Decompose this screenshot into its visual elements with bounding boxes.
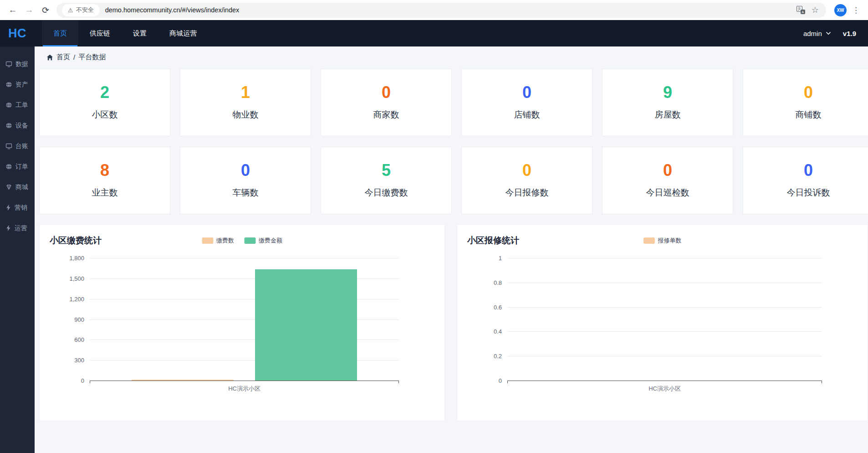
- address-bar[interactable]: ⚠ 不安全 demo.homecommunity.cn/#/views/inde…: [56, 3, 826, 18]
- legend-item-payment-amount[interactable]: 缴费金额: [244, 237, 282, 245]
- legend-item-repair-count[interactable]: 报修单数: [643, 237, 682, 245]
- charts-row: 小区缴费统计 缴费数 缴费金额 HC演示小区 1,8001,5001,20090…: [39, 224, 868, 421]
- breadcrumb-page: 平台数据: [78, 53, 106, 62]
- stat-card-storefronts: 0 商铺数: [743, 69, 868, 136]
- legend-swatch: [244, 237, 255, 244]
- sidebar: 数据 资产 工单 设备 台账 订单 商城 营销: [0, 46, 35, 453]
- stat-card-communities: 2 小区数: [39, 69, 170, 136]
- stat-card-today-complaints: 0 今日投诉数: [743, 147, 868, 214]
- stat-card-properties: 1 物业数: [180, 69, 311, 136]
- stat-value: 0: [241, 162, 250, 179]
- sidebar-item-operations[interactable]: 运营: [0, 218, 35, 238]
- sidebar-item-ledger[interactable]: 台账: [0, 136, 35, 156]
- url-text[interactable]: demo.homecommunity.cn/#/views/index/inde…: [105, 6, 797, 14]
- gem-icon: [5, 184, 12, 190]
- stat-value: 0: [522, 162, 531, 179]
- username: admin: [803, 30, 822, 37]
- bolt-icon: [5, 225, 11, 232]
- chevron-down-icon: [826, 31, 831, 35]
- x-axis-category-label: HC演示小区: [507, 385, 822, 393]
- security-label: 不安全: [76, 6, 94, 14]
- stat-label: 今日投诉数: [787, 187, 830, 199]
- chart-title: 小区缴费统计: [50, 235, 102, 247]
- breadcrumb-separator: /: [73, 53, 75, 61]
- stat-card-today-inspections: 0 今日巡检数: [602, 147, 733, 214]
- sidebar-item-marketing[interactable]: 营销: [0, 197, 35, 218]
- sidebar-item-devices[interactable]: 设备: [0, 115, 35, 136]
- stat-value: 8: [100, 162, 109, 179]
- repair-bar-chart: HC演示小区 10.80.60.40.20: [507, 258, 822, 381]
- stat-label: 物业数: [233, 109, 259, 121]
- repair-stats-panel: 小区报修统计 报修单数 HC演示小区 10.80.60.40.20: [457, 224, 868, 421]
- y-axis-tick-label: 0.2: [494, 353, 502, 360]
- bar-缴费数: [132, 380, 234, 381]
- stat-value: 2: [100, 84, 109, 101]
- globe-icon: [5, 81, 12, 88]
- browser-avatar[interactable]: XW: [834, 4, 847, 16]
- sidebar-item-mall[interactable]: 商城: [0, 177, 35, 197]
- breadcrumb-home[interactable]: 首页: [56, 53, 70, 62]
- back-icon[interactable]: ←: [5, 2, 21, 18]
- top-nav: 首页 供应链 设置 商城运营: [42, 20, 208, 46]
- app-logo[interactable]: HC: [0, 20, 35, 46]
- tab-home[interactable]: 首页: [42, 20, 78, 46]
- stat-card-owners: 8 业主数: [39, 147, 170, 214]
- stat-value: 0: [522, 84, 531, 101]
- stat-label: 商家数: [373, 109, 399, 121]
- y-axis-tick-label: 0: [499, 377, 502, 384]
- stat-label: 车辆数: [233, 187, 259, 199]
- sidebar-item-assets[interactable]: 资产: [0, 74, 35, 95]
- legend-item-payment-count[interactable]: 缴费数: [202, 237, 234, 245]
- y-axis-tick-label: 1,200: [69, 295, 84, 302]
- globe-icon: [5, 102, 12, 108]
- globe-icon: [5, 163, 12, 170]
- legend-label: 缴费数: [216, 237, 234, 245]
- x-axis-category-label: HC演示小区: [90, 385, 399, 393]
- stat-label: 房屋数: [655, 109, 681, 121]
- security-chip[interactable]: ⚠ 不安全: [62, 4, 100, 16]
- sidebar-item-data[interactable]: 数据: [0, 54, 35, 74]
- bars-group: [507, 258, 822, 381]
- bookmark-star-icon[interactable]: ☆: [812, 6, 819, 14]
- home-icon: [46, 54, 53, 61]
- bars-group: [90, 258, 399, 381]
- stat-value: 0: [663, 162, 672, 179]
- bar-缴费金额: [255, 269, 357, 381]
- payment-stats-panel: 小区缴费统计 缴费数 缴费金额 HC演示小区 1,8001,5001,20090…: [39, 224, 445, 421]
- stat-card-today-payments: 5 今日缴费数: [321, 147, 452, 214]
- y-axis-tick-label: 0.6: [494, 304, 502, 310]
- main-content: 首页 / 平台数据 2 小区数 1 物业数 0 商家数 0 店铺数 9: [35, 46, 868, 453]
- stat-label: 业主数: [92, 187, 118, 199]
- version-label: v1.9: [843, 30, 856, 37]
- legend-label: 缴费金额: [259, 237, 282, 245]
- y-axis-tick-label: 1: [499, 255, 502, 262]
- bolt-icon: [5, 204, 11, 211]
- stat-value: 0: [804, 84, 813, 101]
- breadcrumb: 首页 / 平台数据: [39, 52, 868, 69]
- stat-value: 1: [241, 84, 250, 101]
- stat-cards-grid: 2 小区数 1 物业数 0 商家数 0 店铺数 9 房屋数 0 商铺数: [39, 69, 868, 214]
- y-axis-tick-label: 1,800: [69, 255, 84, 262]
- tab-settings[interactable]: 设置: [122, 20, 158, 46]
- warning-icon: ⚠: [68, 7, 73, 14]
- sidebar-item-orders[interactable]: 订单: [0, 156, 35, 177]
- sidebar-item-work-orders[interactable]: 工单: [0, 95, 35, 115]
- tab-mall-operation[interactable]: 商城运营: [158, 20, 208, 46]
- forward-icon[interactable]: →: [21, 2, 37, 18]
- translate-icon[interactable]: 文A: [797, 6, 805, 14]
- chart-title: 小区报修统计: [467, 235, 519, 247]
- refresh-icon[interactable]: ⟳: [37, 2, 54, 18]
- y-axis-tick-label: 0: [81, 377, 84, 384]
- stat-value: 9: [663, 84, 672, 101]
- chart-legend: 缴费数 缴费金额: [202, 237, 282, 245]
- tab-supply-chain[interactable]: 供应链: [78, 20, 122, 46]
- stat-label: 小区数: [92, 109, 118, 121]
- browser-menu-icon[interactable]: ⋮: [848, 5, 863, 15]
- app-header: HC 首页 供应链 设置 商城运营 admin v1.9: [0, 20, 868, 46]
- y-axis-tick-label: 300: [74, 357, 84, 364]
- user-dropdown[interactable]: admin: [803, 30, 831, 37]
- stat-value: 0: [382, 84, 391, 101]
- stat-card-today-repairs: 0 今日报修数: [461, 147, 592, 214]
- stat-label: 今日报修数: [505, 187, 549, 199]
- payment-bar-chart: HC演示小区 1,8001,5001,2009006003000: [90, 258, 399, 381]
